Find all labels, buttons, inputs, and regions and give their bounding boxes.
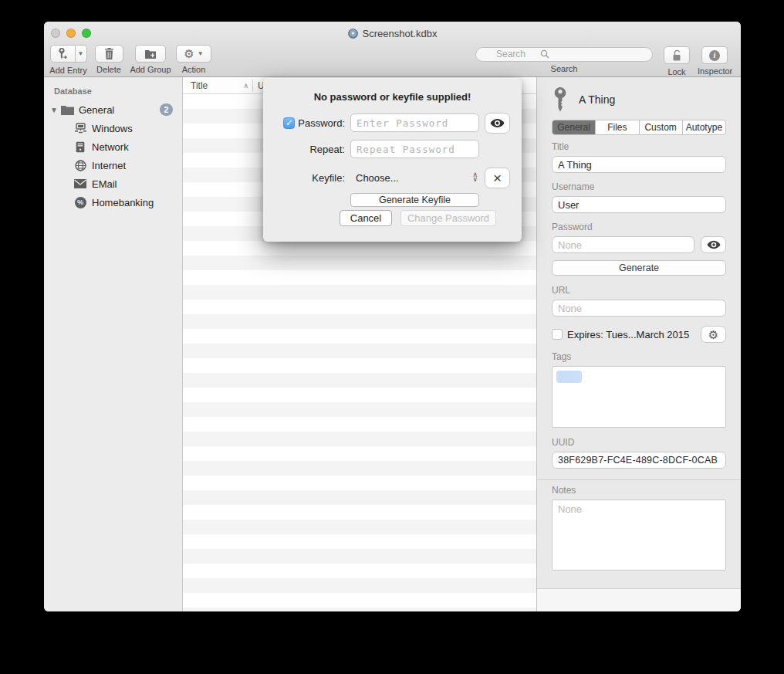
- sidebar-item-homebanking[interactable]: % Homebanking: [44, 193, 182, 212]
- keyfile-popup-value: Choose...: [356, 172, 399, 184]
- url-field-label: URL: [552, 285, 726, 296]
- action-group: ⚙ ▼ Action: [176, 45, 211, 74]
- tab-files[interactable]: Files: [596, 120, 639, 134]
- add-entry-button[interactable]: [50, 45, 76, 63]
- dialog-message: No password or keyfile supplied!: [263, 91, 522, 103]
- password-row: ✓ Password:: [274, 112, 511, 134]
- window-title: Screenshot.kdbx: [44, 22, 741, 45]
- dialog-actions: Cancel Change Password: [340, 210, 496, 226]
- window-title-text: Screenshot.kdbx: [363, 28, 438, 39]
- expires-row: Expires: Tues...March 2015 ⚙: [552, 326, 726, 343]
- keyfile-label: Keyfile:: [274, 172, 345, 184]
- url-field[interactable]: [552, 300, 726, 317]
- change-password-button[interactable]: Change Password: [400, 210, 496, 226]
- uuid-field-label: UUID: [552, 437, 726, 448]
- search-input[interactable]: [475, 47, 653, 62]
- delete-button[interactable]: [95, 45, 123, 63]
- expires-checkbox[interactable]: [552, 329, 563, 340]
- close-x-icon: ×: [493, 171, 502, 185]
- inspector-button[interactable]: i: [701, 46, 728, 64]
- tab-autotype[interactable]: Autotype: [683, 120, 725, 134]
- clear-keyfile-button[interactable]: ×: [485, 168, 510, 188]
- sidebar-item-windows[interactable]: Windows: [44, 119, 182, 137]
- titlebar[interactable]: Screenshot.kdbx: [44, 22, 741, 45]
- lock-label: Lock: [663, 67, 691, 76]
- sidebar: Database ▼ General 2 Windows: [44, 77, 183, 611]
- add-entry-group: ▼ Add Entry: [49, 45, 87, 75]
- unlock-icon: [671, 49, 683, 62]
- window-chrome: Screenshot.kdbx ▼ Add Entry: [44, 22, 741, 77]
- search-group: Search: [475, 46, 653, 73]
- sidebar-item-email[interactable]: EMail: [44, 174, 182, 193]
- key-icon: [552, 86, 569, 113]
- gear-icon: ⚙: [184, 48, 194, 59]
- action-button[interactable]: ⚙ ▼: [176, 45, 211, 63]
- title-field[interactable]: [552, 156, 726, 173]
- tag-pill[interactable]: [556, 371, 582, 383]
- search-icon: [540, 49, 549, 59]
- repeat-row: Repeat:: [274, 138, 511, 160]
- entry-title: A Thing: [579, 93, 615, 106]
- chevron-down-icon: ▼: [78, 51, 84, 57]
- add-group-button[interactable]: [135, 45, 166, 63]
- add-entry-dropdown[interactable]: ▼: [76, 45, 87, 63]
- keyfile-popup[interactable]: Choose... ∧∨: [350, 172, 479, 184]
- stepper-icon: ∧∨: [472, 173, 479, 181]
- lock-button[interactable]: [664, 46, 690, 64]
- delete-label: Delete: [94, 65, 123, 74]
- eye-icon: [490, 118, 505, 128]
- password-field-label: Password: [552, 222, 726, 232]
- group-count-badge: 2: [160, 103, 173, 116]
- password-field[interactable]: [552, 236, 694, 253]
- sidebar-item-label: Homebanking: [92, 197, 154, 208]
- tab-custom[interactable]: Custom: [640, 120, 683, 134]
- sidebar-item-label: Network: [92, 141, 129, 153]
- folder-plus-icon: [144, 49, 157, 59]
- enter-password-input[interactable]: [350, 113, 479, 132]
- info-icon: i: [709, 50, 720, 61]
- search-label: Search: [475, 64, 653, 73]
- disclosure-triangle-icon[interactable]: ▼: [48, 106, 60, 114]
- inspector-panel: A Thing General Files Custom Autotype Ti…: [537, 77, 741, 611]
- generate-password-button[interactable]: Generate: [552, 260, 726, 276]
- expires-label: Expires: Tues...March 2015: [567, 329, 696, 340]
- reveal-password-button[interactable]: [701, 236, 726, 253]
- add-group-label: Add Group: [130, 65, 171, 74]
- eye-icon: [707, 240, 721, 249]
- keyfile-row: Keyfile: Choose... ∧∨ ×: [274, 167, 511, 188]
- tags-box[interactable]: [552, 366, 726, 428]
- notes-field[interactable]: [552, 500, 726, 571]
- globe-icon: [73, 158, 87, 172]
- show-password-button[interactable]: [485, 113, 510, 134]
- uuid-field[interactable]: [552, 452, 726, 469]
- server-icon: [73, 140, 87, 154]
- inspector-tabs: General Files Custom Autotype: [552, 120, 726, 135]
- generate-keyfile-button[interactable]: Generate Keyfile: [350, 193, 479, 207]
- cancel-button[interactable]: Cancel: [340, 210, 392, 226]
- repeat-password-input[interactable]: [350, 140, 479, 158]
- notes-section: Notes: [537, 479, 741, 573]
- username-field[interactable]: [552, 196, 726, 213]
- column-header-title[interactable]: Title ∧: [183, 80, 252, 91]
- lock-group: Lock: [663, 46, 691, 76]
- trash-icon: [104, 48, 114, 59]
- password-label: Password:: [298, 117, 345, 129]
- percent-icon: %: [73, 195, 87, 209]
- gear-icon: ⚙: [708, 329, 718, 340]
- change-password-dialog: No password or keyfile supplied! ✓ Passw…: [263, 78, 522, 242]
- password-checkbox[interactable]: ✓: [283, 117, 295, 129]
- sidebar-item-general[interactable]: ▼ General 2: [44, 100, 182, 119]
- document-icon: [348, 29, 358, 39]
- sidebar-item-network[interactable]: Network: [44, 137, 182, 156]
- inspector-scroll: A Thing General Files Custom Autotype Ti…: [537, 77, 741, 588]
- sidebar-item-label: Windows: [92, 123, 133, 134]
- desktop: Screenshot.kdbx ▼ Add Entry: [0, 0, 784, 674]
- add-group-group: Add Group: [130, 45, 171, 74]
- sidebar-item-internet[interactable]: Internet: [44, 156, 182, 174]
- tags-field-label: Tags: [552, 351, 726, 362]
- tab-general[interactable]: General: [553, 120, 596, 134]
- action-label: Action: [176, 65, 211, 74]
- delete-group: Delete: [94, 45, 123, 74]
- sidebar-item-label: EMail: [92, 178, 117, 190]
- expires-settings-button[interactable]: ⚙: [701, 326, 726, 343]
